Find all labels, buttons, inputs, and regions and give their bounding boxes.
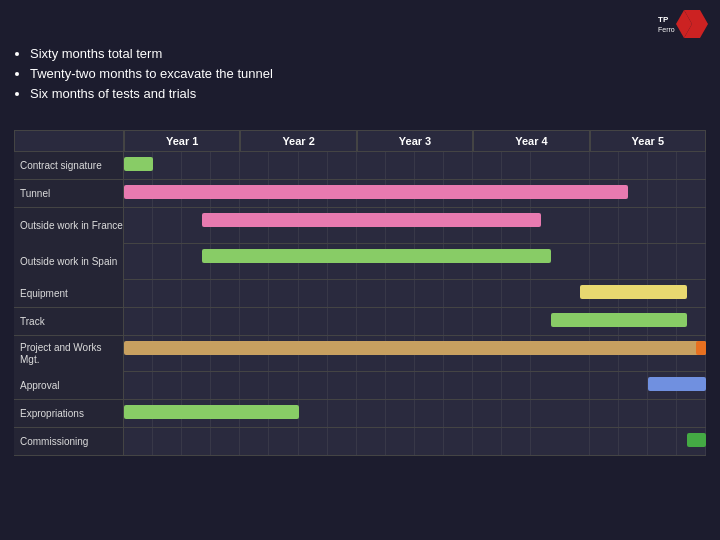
bullet-list: Sixty months total termTwenty-two months… xyxy=(14,44,273,104)
gantt-row: Equipment xyxy=(14,280,706,308)
gantt-bar xyxy=(124,185,628,199)
gantt-row-chart xyxy=(124,336,706,371)
gantt-row-label: Project and Works Mgt. xyxy=(14,336,124,372)
gantt-bar xyxy=(124,405,299,419)
gantt-row-label: Approval xyxy=(14,372,124,399)
gantt-row-chart xyxy=(124,308,706,335)
bullet-item: Sixty months total term xyxy=(30,44,273,64)
gantt-row-chart xyxy=(124,152,706,179)
gantt-bar xyxy=(696,341,706,355)
gantt-bar xyxy=(648,377,706,391)
gantt-row: Approval xyxy=(14,372,706,400)
gantt-row: Outside work in Spain xyxy=(14,244,706,280)
gantt-row-label: Track xyxy=(14,308,124,335)
gantt-row-chart xyxy=(124,180,706,207)
gantt-row-label: Outside work in Spain xyxy=(14,244,124,280)
gantt-row-chart xyxy=(124,400,706,427)
gantt-row-chart xyxy=(124,372,706,399)
gantt-row-chart xyxy=(124,428,706,455)
gantt-row-label: Equipment xyxy=(14,280,124,307)
gantt-year-label: Year 1 xyxy=(124,130,240,152)
gantt-bar xyxy=(202,249,551,263)
gantt-row: Project and Works Mgt. xyxy=(14,336,706,372)
gantt-row-label: Commissioning xyxy=(14,428,124,455)
gantt-row: Track xyxy=(14,308,706,336)
gantt-year-label: Year 2 xyxy=(240,130,356,152)
bullet-item: Twenty-two months to excavate the tunnel xyxy=(30,64,273,84)
gantt-bar xyxy=(580,285,687,299)
gantt-bar xyxy=(202,213,542,227)
gantt-year-label: Year 5 xyxy=(590,130,706,152)
gantt-year-label: Year 3 xyxy=(357,130,473,152)
gantt-row-label: Tunnel xyxy=(14,180,124,207)
svg-text:Ferro: Ferro xyxy=(658,26,675,33)
logo: TP Ferro xyxy=(656,8,708,40)
svg-text:TP: TP xyxy=(658,15,669,24)
gantt-year-label: Year 4 xyxy=(473,130,589,152)
gantt-bar xyxy=(687,433,706,447)
gantt-years: Year 1Year 2Year 3Year 4Year 5 xyxy=(124,130,706,152)
gantt-bar xyxy=(124,157,153,171)
gantt-row: Tunnel xyxy=(14,180,706,208)
gantt-bar xyxy=(551,313,687,327)
gantt-label-header xyxy=(14,130,124,152)
gantt-row: Outside work in France xyxy=(14,208,706,244)
gantt-row-label: Contract signature xyxy=(14,152,124,179)
gantt-row-chart xyxy=(124,244,706,279)
gantt-row: Commissioning xyxy=(14,428,706,456)
gantt-row-label: Expropriations xyxy=(14,400,124,427)
gantt-header: Year 1Year 2Year 3Year 4Year 5 xyxy=(14,130,706,152)
gantt-row-label: Outside work in France xyxy=(14,208,124,244)
bullet-item: Six months of tests and trials xyxy=(30,84,273,104)
page: TP Ferro Sixty months total termTwenty-t… xyxy=(0,0,720,540)
gantt-bar xyxy=(124,341,706,355)
gantt-body: Contract signatureTunnelOutside work in … xyxy=(14,152,706,456)
gantt-row-chart xyxy=(124,280,706,307)
gantt-row: Expropriations xyxy=(14,400,706,428)
gantt-chart: Year 1Year 2Year 3Year 4Year 5 Contract … xyxy=(14,130,706,530)
gantt-row: Contract signature xyxy=(14,152,706,180)
gantt-row-chart xyxy=(124,208,706,243)
